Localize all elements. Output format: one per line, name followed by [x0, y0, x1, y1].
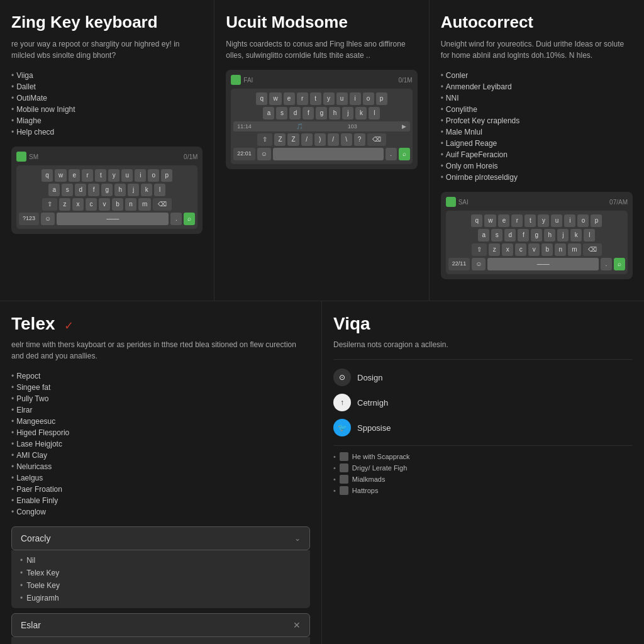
- key-h2: h: [329, 107, 340, 119]
- key-c: c: [86, 198, 97, 211]
- special-row: 11:14 🎵 103 ▶: [233, 121, 409, 131]
- key-period3[interactable]: .: [601, 258, 612, 270]
- list-item: Anmender Leyibard: [441, 81, 633, 92]
- keyboard-keys-1: q w e r t y u i o p a s d f g h: [16, 165, 197, 229]
- list-item: Male Mnlul: [441, 126, 633, 138]
- key-shift2[interactable]: ⇧: [257, 133, 272, 146]
- key-q: q: [42, 169, 53, 182]
- key-enter2[interactable]: ⌕: [399, 148, 410, 160]
- key-e: e: [69, 169, 80, 182]
- key-f: f: [88, 184, 99, 196]
- column-ucuit: Ucuit Modsome Nights coardects to conus …: [214, 0, 429, 301]
- key-num2[interactable]: 22:01: [233, 148, 255, 160]
- key-i2: i: [350, 92, 361, 105]
- close-icon[interactable]: ✕: [293, 620, 301, 630]
- key-k: k: [141, 184, 152, 196]
- col3-features: Conler Anmender Leyibard NNI Conylithe P…: [441, 70, 633, 183]
- chevron-down-icon: ✓: [64, 319, 74, 333]
- dropdown-item[interactable]: Nil: [20, 554, 301, 567]
- key-z2b: Z: [287, 133, 299, 146]
- list-item: Lase Heigjotc: [11, 438, 310, 450]
- key-emoji[interactable]: ☺: [41, 213, 55, 225]
- key-n: n: [125, 198, 136, 211]
- list-item: Paer Froation: [11, 484, 310, 495]
- chevron-down-icon2: ⌄: [294, 534, 301, 543]
- telex-desc: eelr time with thers kayboart or as peri…: [11, 339, 310, 362]
- dropdown1-label: Coracly: [21, 533, 50, 543]
- key-w: w: [55, 169, 67, 182]
- key-o: o: [148, 169, 159, 182]
- sub-icon: [340, 475, 348, 484]
- key-m: m: [138, 198, 151, 211]
- divider2: [333, 445, 633, 446]
- key-enter[interactable]: ⌕: [184, 213, 195, 225]
- list-item: Laigned Reage: [441, 138, 633, 149]
- list-item: Neluricass: [11, 461, 310, 472]
- key-space2[interactable]: [273, 148, 384, 160]
- list-item: Pully Two: [11, 393, 310, 404]
- list-item: Mangeesuc: [11, 416, 310, 427]
- viqa-item-dosign-label: Dosign: [357, 373, 382, 382]
- key-period2[interactable]: .: [386, 148, 397, 160]
- key-emoji2[interactable]: ☺: [257, 148, 271, 160]
- dosign-icon: ⊙: [333, 369, 351, 386]
- key-space3[interactable]: ——: [487, 258, 599, 270]
- key-h: h: [114, 184, 126, 196]
- column-zing-key: Zing Key keyboard re your way a repoot o…: [0, 0, 214, 301]
- key-i: i: [135, 169, 146, 182]
- list-item: Miaghe: [11, 115, 203, 126]
- bottom-col-telex: Telex ✓ eelr time with thers kayboart or…: [0, 301, 322, 644]
- key-b: b: [112, 198, 123, 211]
- col3-title: Autocorrect: [441, 13, 633, 32]
- key-paren: ): [314, 133, 326, 146]
- keyboard-header-3: SAI 07/AM: [446, 197, 628, 207]
- dropdown-item[interactable]: Telex Key: [20, 567, 301, 579]
- dropdown-item[interactable]: Eugiramh: [20, 592, 301, 604]
- key-j2: j: [342, 107, 353, 119]
- key-num[interactable]: ?123: [19, 213, 39, 225]
- key-fslash: /: [328, 133, 339, 146]
- key-num3[interactable]: 22/11: [448, 258, 470, 270]
- key-l2: l: [369, 107, 380, 119]
- list-item: He with Scapprack: [333, 451, 633, 462]
- list-item: Onirnbe pIroteseldigy: [441, 172, 633, 183]
- key-d: d: [75, 184, 86, 196]
- key-w2: w: [269, 92, 281, 105]
- key-u: u: [121, 169, 133, 182]
- keyboard-mockup-3: SAI 07/AM q w e r t y u i o p a: [441, 192, 633, 279]
- viqa-item-spposise: 🐦 Spposise: [333, 415, 633, 440]
- list-item: Mobile now Inight: [11, 104, 203, 115]
- dropdown-coracly[interactable]: Coracly ⌄: [11, 526, 310, 550]
- key-f2: f: [303, 107, 314, 119]
- bottom-col-viqa: Viqa Desilerna nots coragion a acllesin.…: [322, 301, 644, 644]
- keyboard-time3: 07/AM: [609, 199, 628, 206]
- key-u2: u: [336, 92, 348, 105]
- list-item: Help checd: [11, 126, 203, 138]
- dropdown-eslar[interactable]: Eslar ✕: [11, 613, 310, 637]
- list-item: Conler: [441, 70, 633, 81]
- key-s2: s: [276, 107, 287, 119]
- list-item: Higed Flesporio: [11, 427, 310, 438]
- col1-title: Zing Key keyboard: [11, 13, 203, 32]
- key-k2: k: [355, 107, 367, 119]
- key-enter3[interactable]: ⌕: [614, 258, 625, 270]
- key-t2: t: [310, 92, 321, 105]
- key-period[interactable]: .: [170, 213, 182, 225]
- key-shift[interactable]: ⇧: [42, 198, 57, 211]
- key-y2: y: [323, 92, 335, 105]
- key-backspace[interactable]: ⌫: [153, 198, 172, 211]
- col2-desc: Nights coardects to conus and Fing lhles…: [226, 38, 417, 61]
- list-item: Singee fat: [11, 382, 310, 393]
- key-backspace2[interactable]: ⌫: [367, 133, 386, 146]
- list-item: Auif FapeFeracion: [441, 149, 633, 160]
- viqa-sub-features: He with Scapprack Drigy/ Lerate Figh Mia…: [333, 451, 633, 496]
- viqa-item-cetrnigh-label: Cetrnigh: [357, 398, 388, 408]
- dropdown-item[interactable]: Toele Key: [20, 579, 301, 592]
- dropdown-item[interactable]: No Bort Day: [20, 641, 301, 644]
- telex-features: Repoct Singee fat Pully Two Elrar Mangee…: [11, 370, 310, 518]
- key-space[interactable]: ——: [57, 213, 169, 225]
- sub-icon: [340, 486, 348, 495]
- sub-icon: [340, 464, 348, 472]
- column-autocorrect: Autocorrect Uneight wind for youreotics.…: [430, 0, 644, 301]
- key-emoji3[interactable]: ☺: [472, 258, 486, 270]
